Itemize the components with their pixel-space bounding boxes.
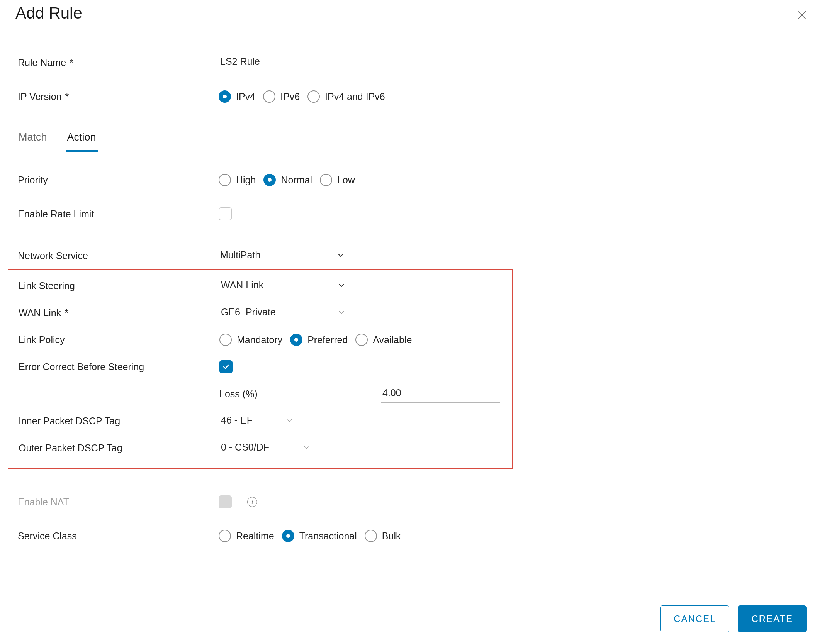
wan-link-select[interactable]: GE6_Private — [219, 304, 346, 321]
chevron-down-icon — [286, 419, 292, 422]
service-class-label: Service Class — [15, 530, 219, 542]
outer-dscp-select[interactable]: 0 - CS0/DF — [219, 439, 311, 456]
link-steering-select[interactable]: WAN Link — [219, 277, 346, 294]
priority-low[interactable]: Low — [320, 174, 355, 186]
create-button[interactable]: CREATE — [738, 605, 807, 632]
network-service-select[interactable]: MultiPath — [219, 247, 345, 264]
info-icon[interactable]: i — [247, 497, 257, 507]
priority-group: High Normal Low — [219, 174, 355, 186]
chevron-down-icon — [304, 446, 310, 449]
link-policy-available[interactable]: Available — [355, 334, 412, 346]
priority-normal[interactable]: Normal — [263, 174, 312, 186]
network-service-label: Network Service — [15, 250, 219, 261]
link-policy-mandatory[interactable]: Mandatory — [219, 334, 282, 346]
ip-version-ipv4[interactable]: IPv4 — [219, 90, 255, 103]
chevron-down-icon — [338, 253, 344, 257]
service-class-bulk[interactable]: Bulk — [365, 530, 401, 542]
link-policy-group: Mandatory Preferred Available — [219, 334, 412, 346]
check-icon — [222, 363, 230, 371]
link-steering-label: Link Steering — [16, 280, 219, 291]
link-steering-section: Link Steering WAN Link WAN Link * GE6_Pr… — [8, 269, 513, 469]
rate-limit-label: Enable Rate Limit — [15, 208, 219, 220]
rule-name-input[interactable] — [219, 54, 436, 71]
priority-label: Priority — [15, 175, 219, 186]
link-policy-label: Link Policy — [16, 334, 219, 346]
service-class-realtime[interactable]: Realtime — [219, 530, 274, 542]
chevron-down-icon — [338, 283, 345, 287]
service-class-group: Realtime Transactional Bulk — [219, 530, 401, 542]
enable-nat-label: Enable NAT — [15, 497, 219, 508]
service-class-transactional[interactable]: Transactional — [282, 530, 357, 542]
tab-match[interactable]: Match — [18, 131, 48, 152]
close-button[interactable] — [797, 10, 809, 22]
dialog-title: Add Rule — [15, 0, 807, 22]
rule-name-label: Rule Name * — [15, 57, 219, 68]
ip-version-label: IP Version * — [15, 91, 219, 102]
priority-high[interactable]: High — [219, 174, 256, 186]
rate-limit-checkbox[interactable] — [219, 207, 232, 220]
loss-label: Loss (%) — [219, 388, 370, 400]
inner-dscp-label: Inner Packet DSCP Tag — [16, 415, 219, 427]
loss-input[interactable] — [381, 385, 500, 403]
outer-dscp-label: Outer Packet DSCP Tag — [16, 442, 219, 454]
tab-action[interactable]: Action — [66, 131, 97, 152]
link-policy-preferred[interactable]: Preferred — [290, 334, 348, 346]
close-icon — [797, 10, 807, 20]
ip-version-both[interactable]: IPv4 and IPv6 — [307, 90, 385, 103]
enable-nat-checkbox — [219, 495, 232, 508]
error-correct-label: Error Correct Before Steering — [16, 361, 219, 373]
error-correct-checkbox[interactable] — [219, 360, 233, 373]
ip-version-ipv6[interactable]: IPv6 — [263, 90, 300, 103]
cancel-button[interactable]: CANCEL — [660, 605, 729, 632]
ip-version-group: IPv4 IPv6 IPv4 and IPv6 — [219, 90, 385, 103]
chevron-down-icon — [338, 310, 345, 314]
wan-link-label: WAN Link * — [16, 307, 219, 319]
inner-dscp-select[interactable]: 46 - EF — [219, 412, 294, 429]
